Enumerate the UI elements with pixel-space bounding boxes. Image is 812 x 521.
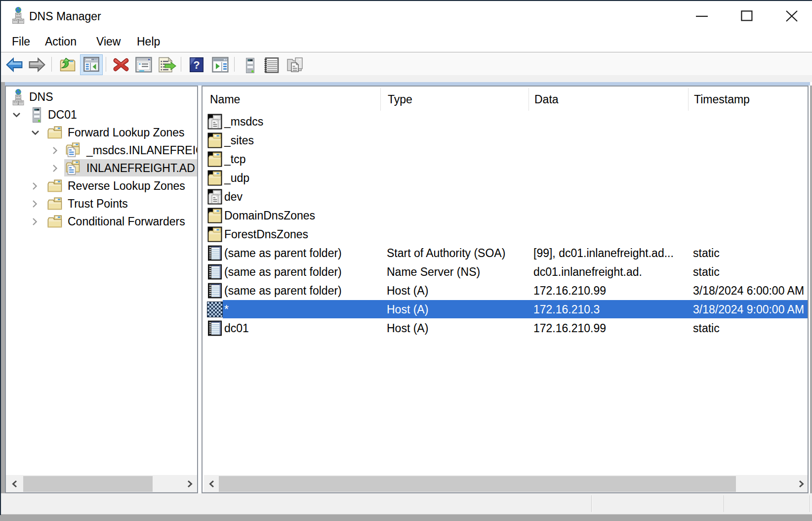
svg-text:?: ?	[193, 59, 200, 71]
